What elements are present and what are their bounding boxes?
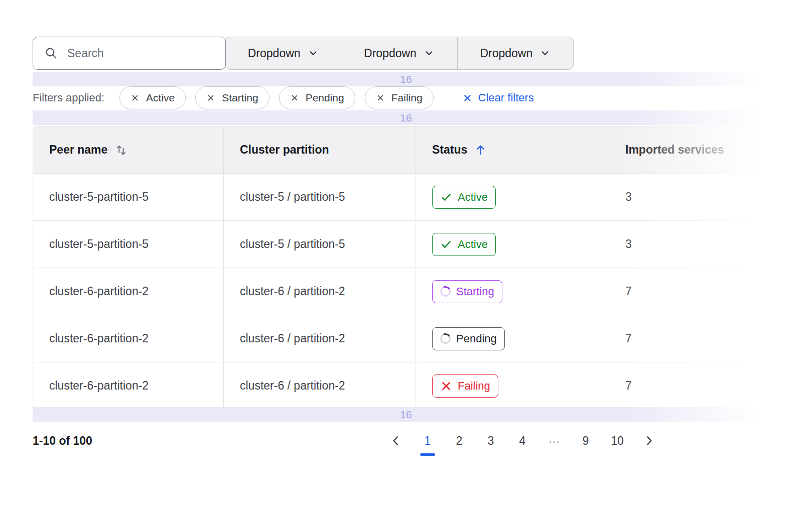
page-button-2[interactable]: 2 [449,432,469,449]
next-page-button[interactable] [639,432,659,449]
page-number: 9 [583,434,589,447]
table-row: cluster-6-partition-2 cluster-6 / partit… [33,268,779,315]
cluster-partition-cell: cluster-6 / partition-2 [224,268,416,315]
status-label: Failing [458,379,490,393]
peer-name-cell: cluster-6-partition-2 [33,362,224,409]
x-icon [206,93,215,102]
page-number: 10 [611,434,624,447]
page-number: 2 [456,434,463,447]
dropdown-button-2[interactable]: Dropdown [341,37,457,69]
check-icon [440,238,452,250]
check-icon [440,191,452,203]
page-number: 4 [519,434,526,447]
pagination: 1-10 of 100 1 2 3 4 … 9 10 [33,425,779,457]
pager: 1 2 3 4 … 9 10 [386,432,659,449]
filter-chip-pending[interactable]: Pending [279,86,355,109]
chip-label: Active [146,92,175,104]
filter-chip-failing[interactable]: Failing [365,86,434,109]
column-label: Status [432,143,467,157]
sort-arrows-icon [114,143,128,157]
page-button-1[interactable]: 1 [418,432,438,449]
status-label: Pending [456,332,497,345]
page-number: 3 [488,434,494,447]
dropdown-label: Dropdown [364,47,417,60]
status-badge-pending: Pending [432,327,505,350]
spacing-value: 16 [400,409,412,421]
pagination-ellipsis: … [544,432,564,449]
chevron-left-icon [389,434,402,447]
page-button-10[interactable]: 10 [607,432,627,449]
imported-services-cell: 7 [609,362,779,409]
chevron-down-icon [424,48,435,59]
peer-name-cell: cluster-6-partition-2 [33,315,224,362]
sort-ascending-arrow-icon [474,144,487,156]
peer-name-cell: cluster-5-partition-5 [33,174,224,220]
cluster-partition-cell: cluster-5 / partition-5 [224,221,416,268]
previous-page-button[interactable] [386,432,406,449]
table-header-row: Peer name Cluster partition Status Impor… [33,126,779,173]
table-row: cluster-6-partition-2 cluster-6 / partit… [33,315,779,362]
x-icon [462,93,473,103]
dropdown-button-1[interactable]: Dropdown [225,37,341,69]
column-label: Peer name [49,143,107,157]
peer-name-cell: cluster-6-partition-2 [33,268,224,315]
x-icon [376,93,385,102]
chip-label: Failing [391,92,423,104]
search-field[interactable] [66,46,219,61]
status-badge-failing: Failing [432,374,498,398]
filter-chip-active[interactable]: Active [119,86,186,109]
spacing-indicator: 16 [33,407,779,422]
peers-table: Peer name Cluster partition Status Impor… [33,126,779,410]
dropdown-label: Dropdown [480,47,532,60]
page-button-3[interactable]: 3 [481,432,501,449]
spacing-indicator: 16 [33,110,779,125]
x-icon [440,380,452,392]
status-label: Starting [456,285,494,298]
status-cell: Starting [416,268,609,315]
filter-chip-starting[interactable]: Starting [195,86,269,109]
status-cell: Active [416,221,609,268]
results-summary: 1-10 of 100 [33,434,92,448]
search-input[interactable] [33,37,226,70]
search-icon [44,46,58,60]
column-header-status[interactable]: Status [416,126,609,173]
filters-row: Filters applied: Active Starting Pending… [33,85,779,110]
status-label: Active [458,238,488,251]
spacing-value: 16 [400,112,412,124]
filters-applied-label: Filters applied: [33,91,104,104]
column-header-peer-name[interactable]: Peer name [33,126,224,173]
toolbar: Dropdown Dropdown Dropdown [33,37,574,70]
spinner-icon [439,332,452,345]
status-cell: Failing [416,362,609,409]
imported-services-cell: 7 [609,268,779,315]
status-badge-active: Active [432,233,496,256]
table-row: cluster-5-partition-5 cluster-5 / partit… [33,220,779,268]
chevron-down-icon [539,48,551,59]
clear-filters-button[interactable]: Clear filters [462,91,534,104]
cluster-partition-cell: cluster-5 / partition-5 [224,174,416,220]
column-label: Cluster partition [240,143,329,157]
imported-services-cell: 3 [609,221,779,268]
active-page-underline [420,453,435,456]
page-button-4[interactable]: 4 [512,432,532,449]
column-header-imported-services: Imported services [609,126,779,173]
column-header-cluster-partition: Cluster partition [224,126,416,173]
dropdown-button-3[interactable]: Dropdown [457,37,573,69]
dropdown-group: Dropdown Dropdown Dropdown [225,37,574,70]
chip-label: Starting [222,92,258,104]
status-label: Active [458,191,488,204]
cluster-partition-cell: cluster-6 / partition-2 [224,315,416,362]
table-row: cluster-6-partition-2 cluster-6 / partit… [33,362,779,409]
chip-label: Pending [306,92,344,104]
dropdown-label: Dropdown [248,47,301,60]
spacing-indicator: 16 [33,72,779,86]
peer-name-cell: cluster-5-partition-5 [33,221,224,268]
imported-services-cell: 3 [609,174,779,220]
chevron-down-icon [308,48,319,59]
spacing-value: 16 [400,73,412,85]
spinner-icon [439,285,452,298]
page-button-9[interactable]: 9 [576,432,596,449]
chevron-right-icon [642,434,655,447]
table-row: cluster-5-partition-5 cluster-5 / partit… [33,173,779,220]
clear-filters-label: Clear filters [478,91,534,104]
